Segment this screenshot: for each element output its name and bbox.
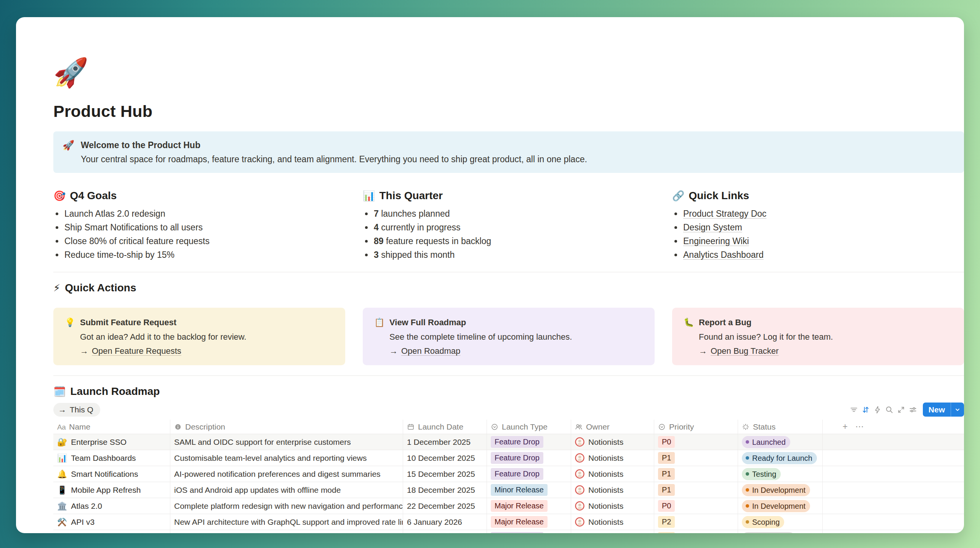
- quick-link-product-strategy-doc[interactable]: Product Strategy Doc: [683, 209, 767, 219]
- cell-description[interactable]: Centralised marketplace for third-party …: [170, 530, 403, 533]
- status-dot-icon: [746, 440, 749, 444]
- chevron-down-icon[interactable]: [951, 407, 964, 413]
- page-title[interactable]: Product Hub: [53, 102, 964, 121]
- welcome-callout: 🚀 Welcome to the Product Hub Your centra…: [53, 131, 964, 173]
- cell-status[interactable]: Scoping: [738, 514, 823, 530]
- cell-owner[interactable]: Notionists: [571, 466, 654, 482]
- cell-launch-type[interactable]: Feature Drop: [487, 434, 571, 450]
- column-header-name[interactable]: AaName: [53, 420, 170, 434]
- page-icon[interactable]: 🚀: [53, 56, 88, 89]
- cell-priority[interactable]: P2: [654, 530, 738, 533]
- column-header-owner[interactable]: Owner: [571, 420, 654, 434]
- quick-action-card-submit-feature-request[interactable]: 💡Submit Feature RequestGot an idea? Add …: [53, 308, 345, 365]
- sort-icon[interactable]: [860, 404, 872, 415]
- cell-owner[interactable]: Notionists: [571, 434, 654, 450]
- owner-avatar: [575, 469, 584, 479]
- cell-launch-type[interactable]: Feature Drop: [487, 530, 571, 533]
- launch-roadmap-heading: 🗓️ Launch Roadmap: [53, 385, 964, 398]
- column-header-launch-date[interactable]: Launch Date: [403, 420, 487, 434]
- bullet-text: Reduce time-to-ship by 15%: [64, 250, 175, 260]
- cell-launch-type[interactable]: Major Release: [487, 514, 571, 530]
- cell-owner[interactable]: Notionists: [571, 514, 654, 530]
- cell-owner[interactable]: Notionists: [571, 530, 654, 533]
- quick-actions-heading: ⚡ Quick Actions: [53, 282, 964, 294]
- card-link-open-bug-tracker[interactable]: Open Bug Tracker: [711, 346, 779, 356]
- cell-launch-type[interactable]: Feature Drop: [487, 450, 571, 466]
- cell-status[interactable]: In Development: [738, 498, 823, 514]
- cell-name[interactable]: 📱Mobile App Refresh: [53, 482, 170, 498]
- column-header-description[interactable]: Description: [170, 420, 403, 434]
- column-header-status[interactable]: Status: [738, 420, 823, 434]
- cell-status[interactable]: Launched: [738, 434, 823, 450]
- cell-name[interactable]: ⚒️API v3: [53, 514, 170, 530]
- cell-empty: [823, 482, 838, 498]
- settings-sliders-icon[interactable]: [907, 404, 919, 415]
- cell-launch-type[interactable]: Major Release: [487, 498, 571, 514]
- cell-launch-date[interactable]: 22 December 2025: [403, 498, 487, 514]
- callout-title: Welcome to the Product Hub: [81, 139, 587, 151]
- cell-launch-date[interactable]: 18 December 2025: [403, 482, 487, 498]
- cell-name[interactable]: 🔔Smart Notifications: [53, 466, 170, 482]
- cell-description[interactable]: Complete platform redesign with new navi…: [170, 498, 403, 514]
- owner-chip: Notionists: [575, 469, 623, 479]
- card-link-open-roadmap[interactable]: Open Roadmap: [401, 346, 460, 356]
- quick-link-engineering-wiki[interactable]: Engineering Wiki: [683, 236, 749, 246]
- card-header: 💡Submit Feature Request: [65, 317, 334, 328]
- cell-status[interactable]: Not Started: [738, 530, 823, 533]
- lightning-icon[interactable]: [872, 404, 884, 415]
- cell-priority[interactable]: P1: [654, 482, 738, 498]
- cell-description[interactable]: SAML and OIDC support for enterprise cus…: [170, 434, 403, 450]
- status-label: In Development: [752, 502, 805, 511]
- launch-date-text: 1 December 2025: [407, 438, 471, 447]
- expand-icon[interactable]: [895, 404, 907, 415]
- cell-description[interactable]: Customisable team-level analytics and re…: [170, 450, 403, 466]
- table-more-button[interactable]: ⋯: [852, 420, 867, 434]
- cell-description[interactable]: New API architecture with GraphQL suppor…: [170, 514, 403, 530]
- description-text: SAML and OIDC support for enterprise cus…: [174, 438, 351, 447]
- search-icon[interactable]: [884, 404, 895, 415]
- cell-status[interactable]: Testing: [738, 466, 823, 482]
- cell-owner[interactable]: Notionists: [571, 482, 654, 498]
- column-heading-this-quarter: 📊This Quarter: [363, 190, 655, 202]
- cell-launch-date[interactable]: 15 January 2026: [403, 530, 487, 533]
- quick-action-card-view-full-roadmap[interactable]: 📋View Full RoadmapSee the complete timel…: [363, 308, 655, 365]
- row-title: Mobile App Refresh: [71, 486, 141, 495]
- overview-columns: 🎯Q4 GoalsLaunch Atlas 2.0 redesignShip S…: [53, 190, 964, 262]
- cell-priority[interactable]: P2: [654, 514, 738, 530]
- cell-status[interactable]: In Development: [738, 482, 823, 498]
- cell-name[interactable]: 🏛️Atlas 2.0: [53, 498, 170, 514]
- cell-priority[interactable]: P0: [654, 498, 738, 514]
- database-view-bar: → This Q: [53, 403, 964, 417]
- cell-status[interactable]: Ready for Launch: [738, 450, 823, 466]
- column-header-launch-type[interactable]: Launch Type: [487, 420, 571, 434]
- cell-owner[interactable]: Notionists: [571, 498, 654, 514]
- quick-link-analytics-dashboard[interactable]: Analytics Dashboard: [683, 250, 764, 260]
- cell-description[interactable]: AI-powered notification preferences and …: [170, 466, 403, 482]
- cell-priority[interactable]: P1: [654, 466, 738, 482]
- cell-name[interactable]: 🔐Enterprise SSO: [53, 434, 170, 450]
- quick-link-design-system[interactable]: Design System: [683, 222, 742, 232]
- cell-name[interactable]: 🔗Integrations Hub: [53, 530, 170, 533]
- lightning-emoji-icon: ⚡: [53, 282, 60, 294]
- quick-action-card-report-a-bug[interactable]: 🐛Report a BugFound an issue? Log it for …: [672, 308, 964, 365]
- cell-launch-date[interactable]: 15 December 2025: [403, 466, 487, 482]
- cell-owner[interactable]: Notionists: [571, 450, 654, 466]
- cell-description[interactable]: iOS and Android app updates with offline…: [170, 482, 403, 498]
- column-header-priority[interactable]: Priority: [654, 420, 738, 434]
- add-column-button[interactable]: +: [838, 420, 852, 434]
- status-badge: Launched: [742, 436, 790, 448]
- status-label: Scoping: [752, 518, 780, 527]
- cell-priority[interactable]: P1: [654, 450, 738, 466]
- cell-priority[interactable]: P0: [654, 434, 738, 450]
- cell-launch-date[interactable]: 6 January 2026: [403, 514, 487, 530]
- cell-launch-date[interactable]: 10 December 2025: [403, 450, 487, 466]
- card-link-open-feature-requests[interactable]: Open Feature Requests: [92, 346, 181, 356]
- submit-feature-request-emoji-icon: 💡: [65, 317, 75, 328]
- cell-name[interactable]: 📊Team Dashboards: [53, 450, 170, 466]
- filter-icon[interactable]: [848, 404, 860, 415]
- view-tab-this-q[interactable]: → This Q: [53, 403, 100, 417]
- new-button[interactable]: New: [923, 403, 964, 417]
- cell-launch-date[interactable]: 1 December 2025: [403, 434, 487, 450]
- cell-launch-type[interactable]: Minor Release: [487, 482, 571, 498]
- cell-launch-type[interactable]: Feature Drop: [487, 466, 571, 482]
